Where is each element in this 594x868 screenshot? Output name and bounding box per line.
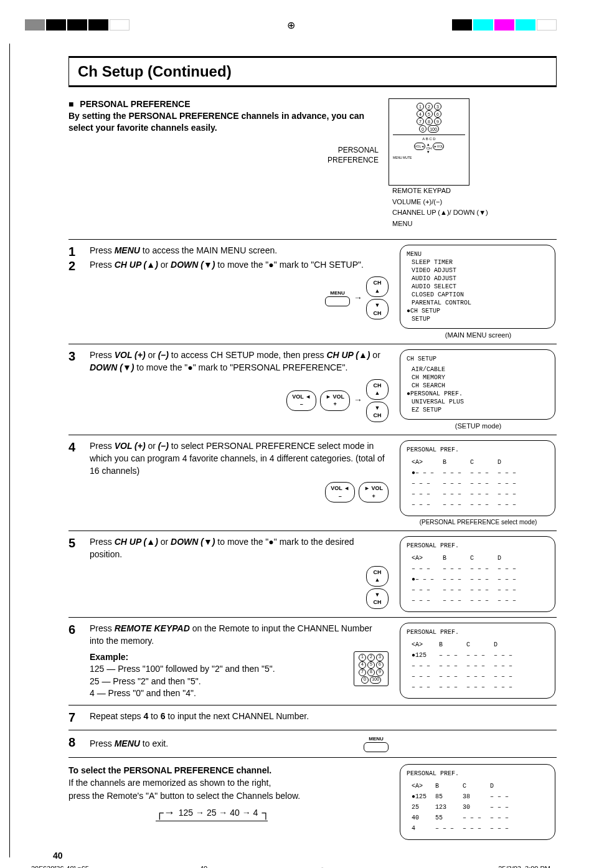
ch-up-button-icon: CH ▲ (366, 379, 389, 400)
screen-caption: (PERSONAL PREFERENCE select mode) (400, 519, 557, 526)
remote-illustration: 123 456 789 0100 A B C D VOL◄ ▲CH▼ ►VOL … (389, 98, 557, 229)
arrow-right-icon: → (354, 292, 362, 304)
print-footer: 20F630[36-40].p65 40 ⊕ 25/3/03, 3:00 PM … (25, 865, 557, 868)
select-heading: To select the PERSONAL PREFERENCE channe… (68, 764, 391, 776)
personal-label: PERSONAL (338, 146, 379, 154)
section-title-bar: Ch Setup (Continued) (68, 56, 557, 87)
ch-down-button-icon: ▼ CH (366, 402, 389, 422)
page-number: 40 (53, 851, 63, 861)
registration-mark-icon: ⊕ (318, 865, 326, 868)
step-number: 2 (68, 259, 83, 319)
intro-heading: PERSONAL PREFERENCE (80, 99, 190, 109)
vol-minus-button-icon: VOL ◄ – (325, 482, 355, 502)
pref-table: <A>BCD ●– – –– – –– – –– – – – – –– – ––… (407, 456, 521, 511)
remote-channel-label: CHANNEL UP (▲)/ DOWN (▼) (392, 207, 488, 219)
intro-body: By setting the PERSONAL PREFERENCE chann… (68, 111, 364, 133)
example-line: 25 — Press "2" and then "5". (90, 676, 347, 688)
vol-minus-button-icon: VOL ◄ – (286, 390, 316, 411)
registration-mark-icon: ⊕ (287, 19, 295, 31)
step-4: 4 Press VOL (+) or (–) to select PERSONA… (68, 435, 557, 531)
ch-up-button-icon: CH ▲ (366, 566, 389, 587)
select-line: press the Remote's "A" button to select … (68, 790, 391, 802)
section-title: Ch Setup (Continued) (78, 63, 547, 80)
step-7: 7 Repeat steps 4 to 6 to input the next … (68, 705, 557, 730)
step-8: 8 Press MENU to exit. MENU (68, 730, 557, 757)
print-registration-marks: ⊕ (25, 12, 557, 37)
pref-position-screen: PERSONAL PREF. <A>BCD – – –– – –– – –– –… (400, 536, 555, 612)
remote-menu-label: MENU (392, 219, 488, 230)
pref-final-screen: PERSONAL PREF. <A>BCD ●1258538– – – 2512… (400, 764, 555, 840)
step-3: 3 Press VOL (+) or (–) to access CH SETU… (68, 344, 557, 435)
example-line: 4 — Press "0" and then "4". (90, 687, 347, 700)
example-heading: Example: (90, 651, 347, 664)
screen-caption: (MAIN MENU screen) (400, 331, 557, 339)
step-6: 6 Press REMOTE KEYPAD on the Remote to i… (68, 617, 557, 705)
arrow-right-icon: → (354, 394, 362, 407)
ch-up-button-icon: CH ▲ (366, 276, 389, 297)
menu-button-icon (325, 296, 350, 306)
pref-select-screen: PERSONAL PREF. <A>BCD ●– – –– – –– – –– … (400, 440, 555, 516)
intro-block: ■ PERSONAL PREFERENCE By setting the PER… (68, 98, 557, 229)
menu-button-icon (364, 742, 389, 752)
select-line: If the channels are memorized as shown t… (68, 776, 391, 789)
footer-page: 40 (200, 865, 207, 868)
keypad-icon: 123 456 789 0100 (354, 651, 389, 686)
footer-date: 25/3/03, 3:00 PM (437, 865, 550, 868)
pref-input-screen: PERSONAL PREF. <A>BCD ●125– – –– – –– – … (400, 623, 555, 699)
remote-volume-label: VOLUME (+)/(−) (392, 197, 488, 208)
vol-plus-button-icon: ► VOL + (320, 390, 350, 411)
ch-down-button-icon: ▼ CH (366, 588, 389, 609)
example-line: 125 — Press "100" followed by "2" and th… (90, 663, 347, 676)
vol-plus-button-icon: ► VOL + (359, 482, 389, 502)
remote-keypad-label: REMOTE KEYPAD (392, 186, 488, 197)
document-page: ⊕ Ch Setup (Continued) ■ PERSONAL PREFER… (0, 0, 594, 868)
remote-box: 123 456 789 0100 A B C D VOL◄ ▲CH▼ ►VOL … (389, 98, 469, 186)
ch-down-button-icon: ▼ CH (366, 299, 389, 319)
channel-cycle: ┌→125 → 25 → 40 → 4┐ (156, 804, 391, 821)
footer-file: 20F630[36-40].p65 (31, 865, 89, 868)
preference-label: PREFERENCE (328, 156, 379, 164)
bullet-square-icon: ■ (68, 99, 73, 109)
step-number: 1 (68, 245, 83, 259)
step-1-2: 1 Press MENU to access the MAIN MENU scr… (68, 239, 557, 344)
select-pref-section: To select the PERSONAL PREFERENCE channe… (68, 757, 557, 840)
main-menu-screen: MENU SLEEP TIMER VIDEO ADJUST AUDIO ADJU… (400, 245, 555, 329)
screen-caption: (SETUP mode) (400, 422, 557, 430)
setup-screen: CH SETUP AIR/CABLE CH MEMORY CH SEARCH ●… (400, 349, 555, 420)
step-5: 5 Press CH UP (▲) or DOWN (▼) to move th… (68, 531, 557, 617)
crop-rule (9, 44, 14, 857)
